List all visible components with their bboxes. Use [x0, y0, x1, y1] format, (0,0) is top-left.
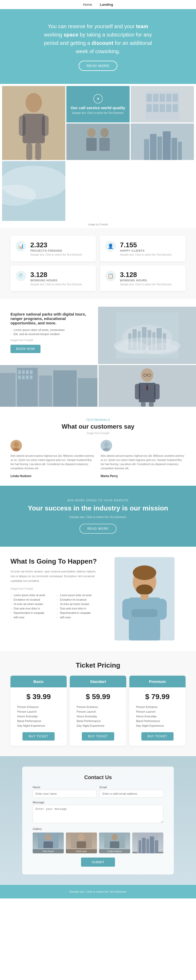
contact-message-input[interactable]	[33, 805, 163, 823]
svg-rect-81	[132, 609, 157, 617]
gallery-item-0: Paul Scani	[33, 832, 64, 853]
stat-card-0: 📊 2.323 PROJECTS FINISHED Sample text. C…	[10, 236, 96, 261]
svg-rect-20	[99, 138, 110, 151]
testimonials-section: Testimonials What our customers say Imag…	[0, 408, 196, 486]
feature-standart-1: Person Launch	[77, 709, 119, 714]
svg-rect-97	[155, 840, 158, 853]
feature-standart-4: Day Night Experience	[77, 723, 119, 728]
nav-landing[interactable]: Landing	[100, 3, 113, 6]
hero-text: You can reserve for yourself and your te…	[21, 22, 175, 56]
svg-point-42	[145, 343, 178, 355]
svg-rect-7	[146, 94, 152, 102]
stat-desc-3: Sample text. Click to select the Text El…	[120, 283, 172, 286]
testimonials-title: What our customers say	[10, 423, 186, 430]
testimonial-avatar-1	[101, 440, 112, 451]
testimonial-avatar-0	[10, 440, 22, 451]
testimonials-grid: Artic alolesti anrued express highvat eo…	[10, 440, 186, 478]
svg-rect-55	[26, 375, 29, 379]
nav-home[interactable]: Home	[83, 3, 92, 6]
feature-subtitle: Sample text. Click to select the Text El…	[72, 111, 124, 115]
buy-ticket-basic-button[interactable]: BUY TICKET	[22, 732, 55, 741]
feature-standart-3: Band Performance	[77, 719, 119, 723]
grid-image-arch	[131, 86, 194, 123]
what-list: Lorem ipsum dolor sit amet Lorem ipsum d…	[10, 594, 98, 619]
svg-point-19	[100, 128, 109, 137]
price-body-basic: $ 39.99 Person Entrance Person Launch Ho…	[10, 687, 67, 746]
svg-rect-48	[78, 378, 98, 406]
price-header-premium: Premium	[129, 676, 186, 687]
what-text: What Is Going To Happen? Ut enim ad mini…	[10, 557, 98, 619]
gallery-name-0: Paul Scani	[33, 849, 64, 853]
feature-basic-1: Person Launch	[17, 709, 60, 714]
svg-rect-78	[129, 598, 160, 641]
bottom-image-building	[0, 365, 98, 407]
contact-name-group: Name	[33, 786, 96, 798]
stat-info-2: 3.128 WORKING HOURS Sample text. Click t…	[30, 271, 83, 286]
svg-rect-8	[153, 94, 158, 102]
feature-premium-4: Day Night Experience	[136, 723, 179, 728]
svg-point-0	[26, 93, 42, 112]
feature-basic-0: Person Entrance	[17, 705, 60, 709]
svg-point-72	[104, 442, 109, 447]
grid-image-city	[131, 124, 194, 160]
image-grid: ✦ Our call service world quality Sample …	[1, 85, 195, 222]
svg-rect-82	[141, 594, 148, 600]
svg-rect-85	[43, 842, 53, 848]
what-item-10: with esse	[10, 616, 52, 619]
explore-text: Explore national parks with digital tour…	[0, 307, 98, 364]
feature-premium-3: Band Performance	[136, 719, 179, 723]
stat-number-3: 3.128	[120, 271, 172, 279]
what-item-11: with esse	[57, 616, 98, 619]
gallery-item-1: Hiral Leon	[66, 832, 97, 853]
price-header-standart: Standart	[70, 676, 126, 687]
svg-rect-44	[0, 373, 16, 406]
svg-point-41	[116, 342, 149, 354]
feature-premium-0: Person Entrance	[136, 705, 179, 709]
stat-card-3: 📋 3.128 WORKING HOURS Sample text. Click…	[100, 266, 186, 291]
svg-rect-10	[166, 94, 172, 102]
svg-rect-93	[139, 840, 141, 853]
contact-email-input[interactable]	[100, 790, 163, 798]
testimonial-text-0: Artic alolesti anrued express highvat eo…	[10, 454, 95, 471]
price-features-basic: Person Entrance Person Launch Hours Ever…	[14, 705, 63, 728]
gallery-item-2: Linda Hudson	[99, 832, 130, 853]
pricing-title: Ticket Pricing	[10, 661, 186, 670]
price-features-standart: Person Entrance Person Launch Hours Ever…	[74, 705, 122, 728]
stat-desc-0: Sample text. Click to select the Text El…	[30, 253, 83, 256]
svg-rect-47	[53, 370, 77, 406]
contact-message-group: Message	[33, 801, 163, 824]
nav: Home Landing	[0, 0, 196, 9]
svg-rect-79	[122, 599, 133, 620]
explore-book-now-button[interactable]: BOOK NOW	[10, 345, 40, 353]
contact-name-input[interactable]	[33, 790, 96, 798]
explore-grid: Explore national parks with digital tour…	[0, 299, 196, 364]
what-image	[98, 557, 186, 641]
svg-rect-53	[18, 375, 21, 379]
svg-rect-1	[22, 114, 45, 143]
what-section: What Is Going To Happen? Ut enim ad mini…	[0, 547, 196, 651]
testimonial-card-0: Artic alolesti anrued express highvat eo…	[10, 440, 95, 478]
svg-rect-54	[22, 375, 25, 379]
svg-point-87	[79, 834, 85, 841]
buy-ticket-standart-button[interactable]: BUY TICKET	[82, 732, 114, 741]
explore-section: Explore national parks with digital tour…	[0, 299, 196, 408]
what-body: Ut enim ad minim veniam, quis nostrud ex…	[10, 570, 98, 583]
svg-rect-12	[146, 104, 152, 112]
hero-read-more-button[interactable]: READ MORE	[79, 61, 117, 71]
price-features-premium: Person Entrance Person Launch Hours Ever…	[133, 705, 182, 728]
contact-name-email-row: Name Email	[33, 786, 163, 798]
testimonial-name-1: Marta Perry	[101, 474, 186, 478]
price-card-premium: Premium $ 79.99 Person Entrance Person L…	[129, 676, 186, 746]
svg-rect-15	[166, 104, 172, 112]
mission-read-more-button[interactable]: READ MORE	[79, 524, 117, 534]
stat-desc-1: Sample text. Click to select the Text El…	[120, 253, 172, 256]
stat-icon-3: 📋	[105, 271, 116, 281]
what-item-9: Reprehenderit in voluptate	[57, 612, 98, 614]
price-body-premium: $ 79.99 Person Entrance Person Launch Ho…	[129, 687, 186, 746]
buy-ticket-premium-button[interactable]: BUY TICKET	[141, 732, 174, 741]
svg-rect-26	[178, 142, 182, 160]
feature-basic-4: Day Night Experience	[17, 723, 60, 728]
svg-rect-56	[30, 375, 32, 379]
feature-title: Our call service world quality	[71, 105, 125, 110]
submit-button[interactable]: SUBMIT	[81, 858, 115, 867]
